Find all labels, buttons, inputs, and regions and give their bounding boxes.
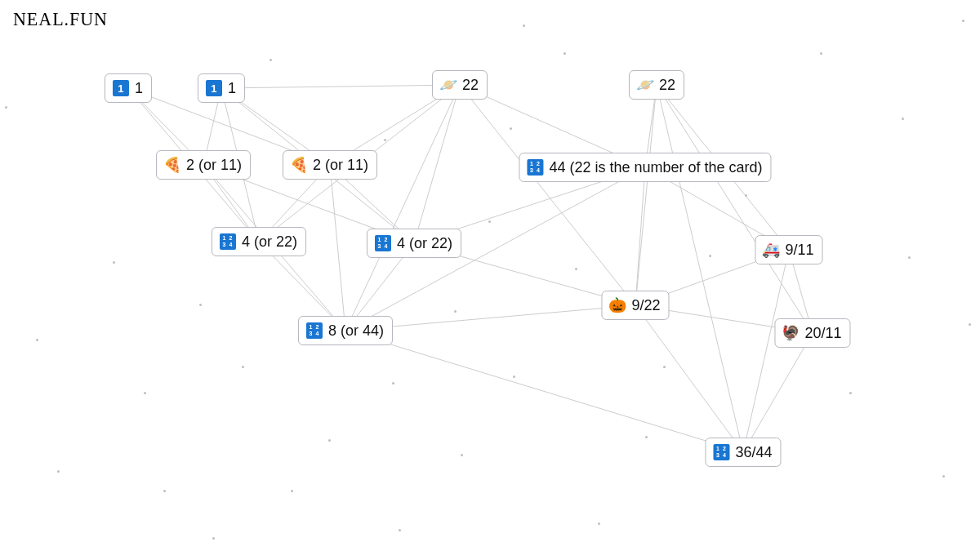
background-dot bbox=[36, 339, 38, 341]
background-dot bbox=[399, 529, 401, 531]
craft-node-label: 9/22 bbox=[631, 297, 660, 314]
background-dot bbox=[849, 392, 852, 394]
ambulance-icon: 🚑 bbox=[762, 241, 780, 259]
background-dot bbox=[5, 106, 7, 109]
nums-icon: 1 23 4 bbox=[712, 443, 730, 461]
craft-node[interactable]: 🪐22 bbox=[629, 70, 684, 100]
craft-node[interactable]: 🍕2 (or 11) bbox=[156, 150, 251, 180]
nums-icon: 1 23 4 bbox=[305, 322, 323, 340]
background-dot bbox=[144, 392, 146, 394]
craft-node[interactable]: 1 23 48 (or 44) bbox=[298, 316, 393, 345]
background-dot bbox=[575, 268, 577, 270]
background-dot bbox=[57, 470, 60, 473]
craft-node-label: 20/11 bbox=[804, 325, 841, 342]
craft-node[interactable]: 🚑9/11 bbox=[755, 235, 822, 264]
planet-icon: 🪐 bbox=[636, 76, 654, 94]
pumpkin-icon: 🎃 bbox=[608, 296, 626, 314]
graph-edge bbox=[743, 250, 789, 452]
background-dot bbox=[645, 436, 648, 438]
background-dot bbox=[598, 522, 600, 525]
graph-edge bbox=[345, 331, 743, 452]
craft-node-label: 44 (22 is the number of the card) bbox=[549, 159, 762, 176]
craft-node[interactable]: 1 23 44 (or 22) bbox=[212, 227, 306, 256]
craft-node[interactable]: 1 23 436/44 bbox=[705, 438, 781, 467]
background-dot bbox=[212, 537, 215, 540]
craft-node[interactable]: 🦃20/11 bbox=[774, 318, 850, 348]
background-dot bbox=[291, 490, 293, 492]
background-dot bbox=[488, 220, 491, 223]
background-dot bbox=[454, 310, 457, 313]
graph-edge bbox=[635, 305, 743, 452]
background-dot bbox=[969, 323, 971, 326]
background-dot bbox=[663, 366, 666, 368]
background-dot bbox=[908, 256, 911, 259]
background-dot bbox=[510, 127, 512, 130]
craft-node-label: 8 (or 44) bbox=[328, 322, 384, 340]
craft-node-label: 2 (or 11) bbox=[186, 157, 242, 174]
background-dot bbox=[564, 52, 566, 55]
graph-edge bbox=[345, 85, 460, 331]
craft-node[interactable]: 1 23 444 (22 is the number of the card) bbox=[519, 153, 771, 182]
craft-node-label: 4 (or 22) bbox=[397, 235, 452, 252]
craft-node-label: 22 bbox=[462, 77, 479, 94]
graph-edge bbox=[460, 85, 635, 305]
background-dot bbox=[270, 59, 272, 61]
graph-edge bbox=[657, 85, 743, 452]
craft-node-label: 1 bbox=[135, 80, 143, 97]
background-dot bbox=[745, 194, 747, 197]
craft-node-label: 2 (or 11) bbox=[313, 157, 368, 174]
craft-node[interactable]: 11 bbox=[198, 73, 245, 103]
background-dot bbox=[242, 366, 244, 368]
craft-node-label: 22 bbox=[659, 77, 675, 94]
graph-edge bbox=[635, 85, 657, 305]
craft-node[interactable]: 1 23 44 (or 22) bbox=[367, 229, 461, 258]
one-icon: 1 bbox=[205, 79, 223, 97]
one-icon: 1 bbox=[112, 79, 130, 97]
background-dot bbox=[163, 490, 166, 492]
nums-icon: 1 23 4 bbox=[219, 233, 237, 251]
graph-edge bbox=[635, 167, 645, 305]
nums-icon: 1 23 4 bbox=[526, 158, 544, 176]
planet-icon: 🪐 bbox=[439, 76, 457, 94]
background-dot bbox=[328, 439, 331, 442]
craft-node-label: 1 bbox=[228, 80, 236, 97]
site-logo[interactable]: NEAL.FUN bbox=[13, 8, 108, 30]
craft-node[interactable]: 11 bbox=[105, 73, 152, 103]
graph-edge bbox=[743, 333, 813, 452]
graph-edge bbox=[414, 85, 460, 243]
background-dot bbox=[199, 304, 202, 306]
graph-edge bbox=[221, 85, 460, 88]
craft-node[interactable]: 🍕2 (or 11) bbox=[283, 150, 377, 180]
graph-edge bbox=[330, 165, 345, 331]
background-dot bbox=[392, 382, 394, 384]
background-dot bbox=[513, 375, 515, 378]
background-dot bbox=[962, 20, 964, 22]
craft-node-label: 4 (or 22) bbox=[242, 233, 297, 251]
craft-node-label: 9/11 bbox=[785, 242, 813, 259]
background-dot bbox=[820, 52, 822, 55]
turkey-icon: 🦃 bbox=[782, 324, 800, 342]
background-dot bbox=[902, 118, 904, 120]
graph-edge bbox=[657, 85, 813, 333]
nums-icon: 1 23 4 bbox=[374, 234, 392, 252]
background-dot bbox=[113, 261, 115, 264]
background-dot bbox=[384, 139, 386, 141]
pizza-icon: 🍕 bbox=[163, 156, 181, 174]
background-dot bbox=[942, 475, 945, 478]
background-dot bbox=[461, 454, 463, 456]
craft-node[interactable]: 🪐22 bbox=[432, 70, 488, 100]
background-dot bbox=[523, 24, 525, 27]
craft-node-label: 36/44 bbox=[735, 444, 772, 461]
background-dot bbox=[709, 255, 711, 257]
craft-node[interactable]: 🎃9/22 bbox=[601, 291, 669, 320]
pizza-icon: 🍕 bbox=[290, 156, 308, 174]
